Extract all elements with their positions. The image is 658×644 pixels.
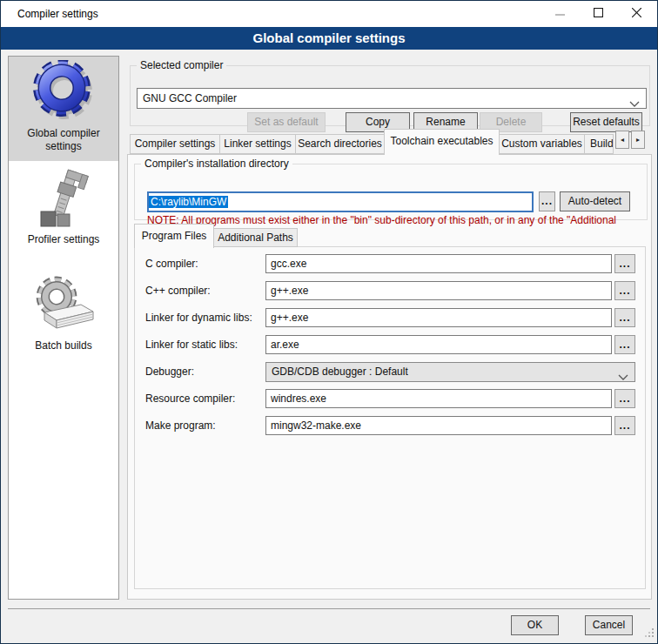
static-linker-label: Linker for static libs:	[145, 335, 238, 354]
sidebar-item-label: Global compiler settings	[9, 125, 118, 153]
c-compiler-label: C compiler:	[145, 254, 198, 273]
tab-build-options[interactable]: Build options	[584, 134, 614, 154]
installation-directory-group-label: Compiler's installation directory	[141, 158, 292, 170]
program-files-tab-strip: Program Files Additional Paths	[134, 223, 298, 247]
compiler-select-value: GNU GCC Compiler	[138, 89, 646, 108]
resource-compiler-label: Resource compiler:	[145, 389, 235, 408]
selected-compiler-group-label: Selected compiler	[137, 59, 226, 71]
make-program-browse-button[interactable]: ...	[614, 416, 635, 435]
sidebar-item-label: Batch builds	[9, 338, 118, 352]
c-compiler-browse-button[interactable]: ...	[614, 254, 635, 273]
cpp-compiler-browse-button[interactable]: ...	[614, 281, 635, 300]
settings-tab-strip: Compiler settings Linker settings Search…	[130, 129, 645, 154]
sidebar-item-label: Profiler settings	[9, 231, 118, 246]
installation-directory-browse-button[interactable]: ...	[539, 191, 555, 211]
resource-compiler-input[interactable]	[265, 389, 612, 408]
page-title: Global compiler settings	[1, 27, 657, 50]
sidebar-item-batch-builds[interactable]: Batch builds	[9, 264, 118, 377]
dynamic-linker-browse-button[interactable]: ...	[614, 308, 635, 327]
compiler-select[interactable]: GNU GCC Compiler	[137, 88, 647, 109]
window-title: Compiler settings	[17, 1, 98, 27]
tab-program-files[interactable]: Program Files	[134, 224, 214, 248]
tab-custom-variables[interactable]: Custom variables	[499, 134, 585, 154]
sidebar-item-global-compiler-settings[interactable]: Global compiler settings	[9, 57, 118, 161]
debugger-label: Debugger:	[145, 362, 194, 381]
title-bar: Compiler settings	[1, 1, 657, 27]
maximize-button[interactable]	[579, 1, 617, 27]
sidebar-item-profiler-settings[interactable]: Profiler settings	[9, 161, 118, 264]
static-linker-input[interactable]	[265, 335, 612, 354]
tab-compiler-settings[interactable]: Compiler settings	[130, 134, 220, 154]
debugger-select[interactable]: GDB/CDB debugger : Default	[265, 362, 635, 382]
ok-button[interactable]: OK	[511, 615, 559, 635]
tab-scroll-right-button[interactable]: ▸	[631, 131, 645, 149]
tab-additional-paths[interactable]: Additional Paths	[213, 228, 298, 247]
make-program-label: Make program:	[145, 416, 216, 435]
toolchain-executables-panel: Compiler's installation directory C:\ray…	[127, 154, 652, 600]
debugger-select-value: GDB/CDB debugger : Default	[266, 363, 634, 381]
tab-search-directories[interactable]: Search directories	[295, 134, 385, 154]
tab-toolchain-executables[interactable]: Toolchain executables	[384, 129, 500, 155]
global-compiler-settings-icon	[32, 113, 95, 125]
resize-grip[interactable]	[645, 628, 655, 641]
dynamic-linker-label: Linker for dynamic libs:	[145, 308, 252, 327]
close-button[interactable]	[617, 1, 655, 27]
chevron-down-icon	[618, 369, 628, 387]
installation-directory-input[interactable]: C:\raylib\MinGW	[147, 191, 534, 212]
selected-compiler-group: Selected compiler GNU GCC Compiler Set a…	[130, 59, 650, 126]
batch-builds-icon	[30, 325, 97, 338]
compiler-settings-dialog: Compiler settings Global compiler settin…	[0, 0, 658, 644]
static-linker-browse-button[interactable]: ...	[614, 335, 635, 354]
maximize-icon	[594, 8, 603, 20]
tab-linker-settings[interactable]: Linker settings	[219, 134, 296, 154]
auto-detect-button[interactable]: Auto-detect	[560, 191, 630, 211]
installation-directory-group: Compiler's installation directory C:\ray…	[134, 158, 648, 220]
cpp-compiler-label: C++ compiler:	[145, 281, 211, 300]
make-program-input[interactable]	[265, 416, 612, 435]
program-files-panel: C compiler: ... C++ compiler: ... Linker…	[134, 246, 646, 589]
minimize-icon	[555, 8, 565, 20]
chevron-down-icon	[629, 95, 640, 114]
cancel-button[interactable]: Cancel	[585, 615, 633, 635]
close-icon	[632, 8, 641, 20]
cpp-compiler-input[interactable]	[265, 281, 612, 300]
dynamic-linker-input[interactable]	[265, 308, 612, 327]
footer-divider	[8, 608, 650, 609]
installation-directory-value: C:\raylib\MinGW	[149, 196, 228, 208]
window-controls	[540, 1, 655, 27]
c-compiler-input[interactable]	[265, 254, 612, 273]
tab-scroll-left-button[interactable]: ◂	[615, 131, 629, 149]
resource-compiler-browse-button[interactable]: ...	[614, 389, 635, 408]
profiler-settings-icon	[36, 219, 91, 231]
minimize-button[interactable]	[540, 1, 579, 27]
settings-category-list: Global compiler settings	[8, 56, 119, 600]
